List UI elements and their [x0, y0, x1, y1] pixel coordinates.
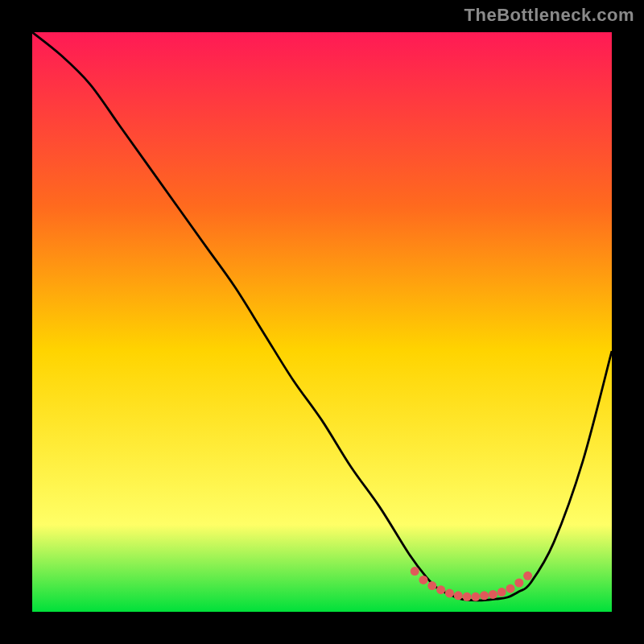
watermark-text: TheBottleneck.com: [464, 5, 634, 26]
bottom-marker-dot: [514, 579, 523, 588]
bottom-marker-dot: [497, 588, 506, 597]
bottom-marker-dot: [427, 581, 436, 590]
chart-stage: TheBottleneck.com: [0, 0, 644, 644]
chart-svg: [32, 32, 612, 612]
bottom-marker-dot: [506, 584, 515, 593]
bottom-marker-dot: [419, 576, 428, 584]
plot-area: [32, 32, 612, 612]
bottom-marker-dot: [523, 572, 532, 580]
bottom-marker-dot: [463, 592, 472, 601]
gradient-background: [32, 32, 612, 612]
bottom-marker-dot: [454, 591, 463, 600]
bottom-marker-dot: [480, 591, 489, 600]
bottom-marker-dot: [445, 588, 454, 597]
bottom-marker-dot: [471, 592, 480, 601]
bottom-marker-dot: [411, 567, 419, 576]
bottom-marker-dot: [489, 590, 497, 599]
bottom-marker-dot: [436, 585, 445, 594]
